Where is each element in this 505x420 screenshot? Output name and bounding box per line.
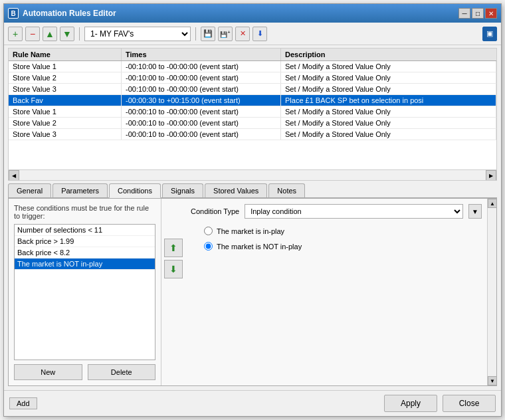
delete-preset-button[interactable]: ✕ [235,27,250,41]
conditions-right-panel: Condition Type Inplay condition ▼ The ma… [185,199,487,385]
rules-table: Rule Name Times Description Store Value … [8,48,497,181]
toolbar-separator-2 [195,27,196,41]
table-row[interactable]: Store Value 3 -00:00:10 to -00:00:00 (ev… [9,129,496,140]
move-up-button[interactable]: ▲ [43,27,57,41]
tab-stored-values[interactable]: Stored Values [205,183,267,197]
cell-rule-name: Back Fav [9,95,122,106]
scroll-down-arrow[interactable]: ▼ [488,376,497,385]
scroll-left-button[interactable]: ◀ [9,170,19,181]
table-row[interactable]: Store Value 2 -00:00:10 to -00:00:00 (ev… [9,118,496,129]
cell-description: Set / Modify a Stored Value Only [281,106,496,117]
import-button[interactable]: ⬇ [252,27,267,41]
scroll-track [19,170,486,180]
right-scrollbar: ▲ ▼ [487,199,496,385]
column-header-name: Rule Name [9,49,122,60]
cell-rule-name: Store Value 3 [9,129,122,140]
table-row[interactable]: Store Value 3 -00:10:00 to -00:00:00 (ev… [9,84,496,95]
condition-type-dropdown-arrow[interactable]: ▼ [468,204,482,219]
condition-item[interactable]: Back price < 8.2 [15,247,155,259]
remove-rule-button[interactable]: − [25,27,40,41]
table-row[interactable]: Store Value 1 -00:00:10 to -00:00:00 (ev… [9,106,496,118]
bottom-actions-bar: Add Apply Close [4,390,501,416]
cell-times: -00:00:10 to -00:00:00 (event start) [122,129,281,140]
tab-general[interactable]: General [8,183,51,197]
trigger-label: These conditions must be true for the ru… [14,204,155,220]
radio-input-1[interactable] [204,242,213,251]
condition-type-row: Condition Type Inplay condition ▼ [191,204,482,219]
rules-table-body: Store Value 1 -00:10:00 to -00:00:00 (ev… [9,61,496,169]
cell-description: Place £1 BACK SP bet on selection in pos… [281,95,496,106]
conditions-buttons: New Delete [14,364,155,380]
minimize-button[interactable]: ─ [458,8,470,19]
toolbar: + − ▲ ▼ 1- MY FAV's 💾 💾+ ✕ ⬇ ▣ [4,23,501,45]
condition-item[interactable]: Number of selections < 11 [15,225,155,236]
cell-description: Set / Modify a Stored Value Only [281,61,496,72]
delete-condition-button[interactable]: Delete [88,364,156,380]
cell-rule-name: Store Value 2 [9,72,122,83]
tabs-container: GeneralParametersConditionsSignalsStored… [8,183,497,198]
apply-button[interactable]: Apply [384,395,437,412]
move-down-icon: ⬇ [169,264,177,274]
tab-conditions[interactable]: Conditions [109,183,161,198]
tab-parameters[interactable]: Parameters [52,183,108,197]
window-icon: B [8,8,19,19]
rules-table-header: Rule Name Times Description [9,49,496,61]
cell-rule-name: Store Value 2 [9,118,122,128]
maximize-button[interactable]: □ [472,8,484,19]
condition-type-label: Condition Type [191,207,239,215]
cell-rule-name: Store Value 1 [9,106,122,117]
add-tab-button[interactable]: Add [9,397,37,409]
new-condition-button[interactable]: New [14,364,82,380]
scroll-right-button[interactable]: ▶ [486,170,496,181]
cell-description: Set / Modify a Stored Value Only [281,118,496,128]
conditions-mid-panel: ⬆ ⬇ [161,199,185,385]
condition-move-up-button[interactable]: ⬆ [164,239,183,257]
radio-option-1: The market is NOT in-play [204,242,482,251]
scroll-up-arrow[interactable]: ▲ [488,199,497,208]
radio-input-0[interactable] [204,227,213,235]
close-button[interactable]: ✕ [485,8,497,19]
table-row[interactable]: Store Value 2 -00:10:00 to -00:00:00 (ev… [9,72,496,84]
cell-description: Set / Modify a Stored Value Only [281,84,496,94]
cell-description: Set / Modify a Stored Value Only [281,129,496,140]
cell-times: -00:10:00 to -00:00:00 (event start) [122,72,281,83]
condition-item[interactable]: The market is NOT in-play [15,259,155,270]
radio-option-0: The market is in-play [204,227,482,235]
move-up-icon: ⬆ [169,243,177,253]
add-rule-button[interactable]: + [8,27,23,41]
automation-rules-editor-window: B Automation Rules Editor ─ □ ✕ + − ▲ ▼ … [3,3,502,417]
horizontal-scrollbar: ◀ ▶ [9,169,496,180]
conditions-panel: These conditions must be true for the ru… [8,198,497,386]
radio-label-1: The market is NOT in-play [217,243,302,251]
condition-move-down-button[interactable]: ⬇ [164,260,183,278]
condition-type-select[interactable]: Inplay condition [245,204,463,219]
conditions-list: Number of selections < 11Back price > 1.… [14,224,155,360]
cell-rule-name: Store Value 1 [9,61,122,72]
column-header-times: Times [122,49,281,60]
conditions-left-panel: These conditions must be true for the ru… [9,199,161,385]
condition-item[interactable]: Back price > 1.99 [15,236,155,247]
cell-times: -00:10:00 to -00:00:00 (event start) [122,84,281,94]
preset-select[interactable]: 1- MY FAV's [84,27,191,41]
radio-group: The market is in-play The market is NOT … [191,227,482,251]
column-header-description: Description [281,49,487,60]
extra-button[interactable]: ▣ [482,27,497,41]
table-row[interactable]: Back Fav -00:00:30 to +00:15:00 (event s… [9,95,496,106]
move-down-button[interactable]: ▼ [60,27,74,41]
window-controls: ─ □ ✕ [458,8,497,19]
saveas-button[interactable]: 💾+ [218,27,233,41]
toolbar-separator [79,27,80,41]
bottom-left: Add [9,397,379,409]
tab-signals[interactable]: Signals [162,183,203,197]
cell-times: -00:00:30 to +00:15:00 (event start) [122,95,281,106]
cell-times: -00:10:00 to -00:00:00 (event start) [122,61,281,72]
cell-times: -00:00:10 to -00:00:00 (event start) [122,106,281,117]
table-row[interactable]: Store Value 1 -00:10:00 to -00:00:00 (ev… [9,61,496,72]
cell-rule-name: Store Value 3 [9,84,122,94]
save-button[interactable]: 💾 [201,27,215,41]
radio-label-0: The market is in-play [217,227,284,235]
scroll-track-vertical [488,208,496,376]
cell-description: Set / Modify a Stored Value Only [281,72,496,83]
close-dialog-button[interactable]: Close [443,395,496,412]
tab-notes[interactable]: Notes [268,183,305,197]
